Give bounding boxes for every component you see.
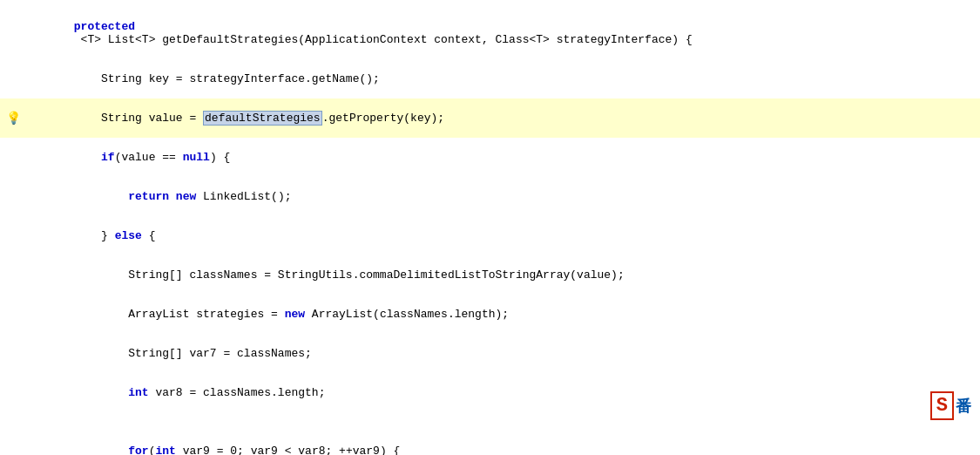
keyword-protected: protected xyxy=(74,20,135,33)
selected-token: defaultStrategies xyxy=(203,111,322,126)
code-line-12: for(int var9 = 0; var9 < var8; ++var9) { xyxy=(0,431,980,455)
code-text-4: if(value == null) { xyxy=(26,138,980,177)
code-text-11 xyxy=(26,416,980,429)
code-plain-8b: ArrayList(classNames.length); xyxy=(305,308,509,321)
code-plain-3: String value = xyxy=(74,112,203,125)
code-line-11 xyxy=(0,412,980,431)
code-plain-6: } xyxy=(74,229,115,242)
logo-s-icon: S xyxy=(930,391,954,420)
keyword-null: null xyxy=(183,151,210,164)
keyword-new2: new xyxy=(285,308,305,321)
code-plain-2: String key = strategyInterface.getName()… xyxy=(74,72,380,85)
code-plain-7: String[] classNames = StringUtils.commaD… xyxy=(74,268,625,282)
code-plain-4c: ) { xyxy=(210,151,230,164)
code-plain-5c: LinkedList(); xyxy=(196,190,291,203)
code-text-1: protected <T> List<T> getDefaultStrategi… xyxy=(26,7,980,59)
code-line-9: String[] var7 = classNames; xyxy=(0,334,980,373)
code-plain-12 xyxy=(74,445,128,455)
code-text-8: ArrayList strategies = new ArrayList(cla… xyxy=(26,295,980,334)
keyword-new: new xyxy=(176,190,196,203)
code-line-7: String[] classNames = StringUtils.commaD… xyxy=(0,255,980,295)
keyword-int2: int xyxy=(155,445,175,455)
code-plain-10: var8 = classNames.length; xyxy=(149,386,326,399)
code-plain-8: ArrayList strategies = xyxy=(74,308,285,321)
code-text-7: String[] classNames = StringUtils.commaD… xyxy=(26,255,980,295)
keyword-int: int xyxy=(74,386,149,399)
code-line-4: if(value == null) { xyxy=(0,138,980,177)
code-text-6: } else { xyxy=(26,216,980,255)
code-line-10: int var8 = classNames.length; xyxy=(0,373,980,412)
code-plain-3b: .getProperty(key); xyxy=(322,112,444,125)
keyword-for: for xyxy=(128,445,148,455)
code-plain-4b: (value == xyxy=(115,151,183,164)
code-text-10: int var8 = classNames.length; xyxy=(26,373,980,412)
bulb-icon: 💡 xyxy=(6,111,21,126)
code-plain-5b xyxy=(169,190,176,203)
code-plain-5 xyxy=(74,190,128,203)
keyword-if: if xyxy=(101,151,115,164)
keyword-else: else xyxy=(115,229,142,242)
keyword-return: return xyxy=(128,190,169,203)
code-editor: protected <T> List<T> getDefaultStrategi… xyxy=(0,0,980,455)
code-text-9: String[] var7 = classNames; xyxy=(26,334,980,373)
code-plain-4 xyxy=(74,151,101,164)
code-plain-6b: { xyxy=(142,229,156,242)
code-line-1: protected <T> List<T> getDefaultStrategi… xyxy=(0,7,980,59)
logo-num: 番 xyxy=(956,396,971,417)
code-text-5: return new LinkedList(); xyxy=(26,177,980,216)
code-plain: <T> List<T> getDefaultStrategies(Applica… xyxy=(74,33,693,46)
code-text-2: String key = strategyInterface.getName()… xyxy=(26,59,980,98)
code-text-12: for(int var9 = 0; var9 < var8; ++var9) { xyxy=(26,431,980,455)
code-plain-12c: var9 = 0; var9 < var8; ++var9) { xyxy=(176,445,400,455)
code-line-6: } else { xyxy=(0,216,980,255)
code-text-3: String value = defaultStrategies.getProp… xyxy=(26,98,980,138)
code-plain-9: String[] var7 = classNames; xyxy=(74,347,312,360)
code-line-5: return new LinkedList(); xyxy=(0,177,980,216)
gutter-3: 💡 xyxy=(0,111,26,126)
code-line-3: 💡 String value = defaultStrategies.getPr… xyxy=(0,98,980,138)
logo-area: S 番 xyxy=(930,391,971,420)
code-line-8: ArrayList strategies = new ArrayList(cla… xyxy=(0,295,980,334)
code-line-2: String key = strategyInterface.getName()… xyxy=(0,59,980,98)
